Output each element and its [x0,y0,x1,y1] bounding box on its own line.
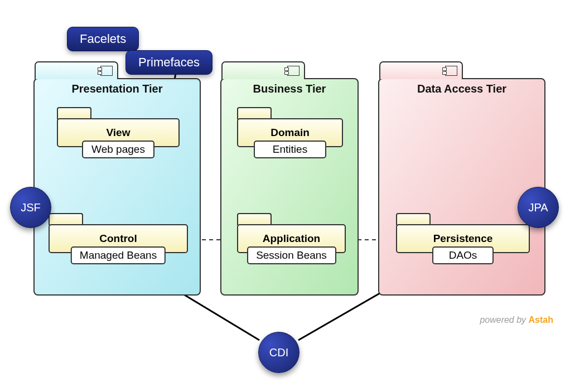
stereotype-persistence: DAOs [432,246,494,264]
footer-brand: Astah [529,315,553,325]
component-icon [287,66,300,76]
tier-title-business: Business Tier [221,83,358,95]
badge-jsf: JSF [10,187,51,228]
folder-tab-icon [49,213,83,225]
badge-facelets: Facelets [67,27,139,51]
footer-credit: powered by Astah [480,315,553,325]
package-persistence: Persistence DAOs [396,213,530,274]
diagram-canvas: Presentation Tier View Web pages Control… [0,0,570,392]
tier-presentation: Presentation Tier View Web pages Control… [33,78,201,296]
folder-tab-icon [237,107,272,119]
tier-tab-data [379,61,463,79]
component-icon [100,66,113,76]
package-control: Control Managed Beans [49,213,188,274]
tier-title-data: Data Access Tier [379,83,544,95]
footer-prefix: powered by [480,315,528,325]
package-domain: Domain Entities [237,107,343,163]
folder-tab-icon [57,107,91,119]
stereotype-application: Session Beans [247,246,336,264]
folder-tab-icon [396,213,431,225]
tier-data-access: Data Access Tier Persistence DAOs [378,78,545,296]
tier-tab-business [221,61,305,79]
badge-primefaces: Primefaces [125,50,212,75]
package-application: Application Session Beans [237,213,346,274]
stereotype-domain: Entities [254,141,326,158]
folder-tab-icon [237,213,272,225]
badge-cdi: CDI [258,332,300,373]
component-icon [445,66,457,76]
stereotype-view: Web pages [82,141,154,158]
badge-jpa: JPA [518,187,559,228]
package-view: View Web pages [57,107,180,163]
tier-business: Business Tier Domain Entities Applicatio… [220,78,359,296]
tier-title-presentation: Presentation Tier [35,83,200,95]
stereotype-control: Managed Beans [71,246,166,264]
tier-tab-presentation [35,61,118,79]
